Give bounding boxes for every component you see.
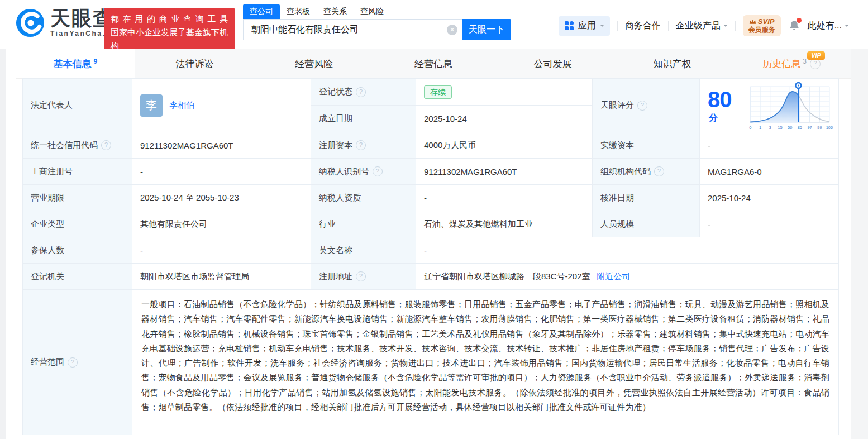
search-tab-relation[interactable]: 查关系 <box>317 4 354 19</box>
nav-enterprise-products[interactable]: 企业级产品 <box>676 20 728 32</box>
reg-status-value-cell: 存续 <box>416 79 593 106</box>
business-scope-value: 一般项目：石油制品销售（不含危险化学品）；针纺织品及原料销售；服装服饰零售；日用… <box>132 290 839 435</box>
search-tabs: 查公司 查老板 查关系 查风险 <box>243 3 511 19</box>
score-value-cell[interactable]: 80分 <box>700 79 839 132</box>
vip-tag: VIP <box>807 51 825 60</box>
tab-intellectual-property[interactable]: 知识产权 <box>613 49 732 78</box>
search-tab-boss[interactable]: 查老板 <box>280 4 317 19</box>
divider <box>668 21 669 31</box>
search-area: 查公司 查老板 查关系 查风险 ✕ 天眼一下 <box>243 3 511 40</box>
reg-status-label-cell: 登记状态 ? <box>311 79 416 106</box>
score-number: 80分 <box>708 87 741 124</box>
svg-text:97: 97 <box>808 125 812 130</box>
help-icon[interactable]: ? <box>101 140 111 150</box>
svg-text:15: 15 <box>778 125 783 130</box>
chevron-down-icon <box>845 25 849 29</box>
slogan-line2: 国家中小企业发展子基金旗下机构 <box>111 26 228 53</box>
industry-value: 石油、煤炭及其他燃料加工业 <box>416 211 593 237</box>
tab-legal-proceedings[interactable]: 法律诉讼 <box>135 49 255 78</box>
notification-bell-icon[interactable] <box>788 20 800 32</box>
help-icon[interactable]: ? <box>654 166 664 176</box>
search-button[interactable]: 天眼一下 <box>462 19 511 40</box>
apps-menu-button[interactable]: 应用 <box>559 16 610 36</box>
svg-text:1: 1 <box>759 125 761 130</box>
legal-rep-label-cell: 法定代表人 <box>23 79 132 132</box>
divider <box>735 21 736 31</box>
paid-capital-value: - <box>700 132 839 159</box>
table-row: 统一社会信用代码? 91211302MAG1RGA60T 注册资本? 4000万… <box>23 132 839 159</box>
org-code-value: MAG1RGA6-0 <box>700 159 839 185</box>
tab-company-development[interactable]: 公司发展 <box>493 49 613 78</box>
tab-count-badge: 3 <box>803 58 807 65</box>
business-term-value: 2025-10-24 至 2055-10-23 <box>132 185 311 211</box>
apps-menu-label: 应用 <box>578 20 596 32</box>
insured-count-value: - <box>132 237 311 264</box>
legal-rep-avatar[interactable]: 李 <box>140 94 163 117</box>
help-icon[interactable]: ? <box>356 87 366 97</box>
tianyancha-company-page: 天眼查 TianYanCha.com 都在用的商业查询工具 国家中小企业发展子基… <box>0 0 868 439</box>
company-type-value: 其他有限责任公司 <box>132 211 311 237</box>
search-input[interactable] <box>250 24 447 35</box>
legal-rep-value-cell: 李 李相伯 <box>132 79 311 132</box>
reg-capital-value: 4000万人民币 <box>416 132 593 159</box>
tab-operational-risk[interactable]: 经营风险 <box>254 49 374 78</box>
reg-address-value: 辽宁省朝阳市双塔区柳城路二段83C号-202室 附近公司 <box>416 264 839 290</box>
tianyancha-logo-icon <box>16 8 45 37</box>
tab-history-info[interactable]: VIP 历史信息3 ? <box>732 49 851 78</box>
credit-code-value: 91211302MAG1RGA60T <box>132 132 311 159</box>
search-tab-company[interactable]: 查公司 <box>243 4 280 19</box>
taxpayer-quality-value: - <box>416 185 593 211</box>
divider <box>617 21 618 31</box>
search-input-box: ✕ <box>243 19 462 40</box>
company-info-table: 法定代表人 李 李相伯 登记状态 ? 存续 成立日期 <box>22 78 839 435</box>
left-gutter <box>0 49 6 439</box>
svg-text:3: 3 <box>769 125 771 130</box>
svg-text:50: 50 <box>788 125 792 130</box>
nearby-companies-link[interactable]: 附近公司 <box>597 271 631 282</box>
search-tab-risk[interactable]: 查风险 <box>354 4 390 19</box>
apps-grid-icon <box>564 21 574 31</box>
help-icon[interactable]: ? <box>810 59 821 69</box>
svg-text:99: 99 <box>817 125 822 130</box>
english-name-value: - <box>416 237 839 264</box>
score-distribution-chart: 0 1 3 15 50 85 97 99 100 <box>746 79 834 132</box>
section-tab-bar: 基本信息9 法律诉讼 经营风险 经营信息 公司发展 知识产权 VIP 历史信息3… <box>16 49 851 79</box>
help-icon[interactable]: ? <box>637 101 647 111</box>
taxpayer-id-value: 91211302MAG1RGA60T <box>416 159 593 185</box>
clear-search-icon[interactable]: ✕ <box>447 25 457 35</box>
help-icon[interactable]: ? <box>356 140 366 150</box>
status-badge: 存续 <box>424 85 452 99</box>
establish-date-label-cell: 成立日期 <box>311 106 416 132</box>
top-nav: 应用 商务合作 企业级产品 SVIP 会员服务 <box>559 15 849 37</box>
svg-text:0: 0 <box>750 125 752 130</box>
slogan-line1: 都在用的商业查询工具 <box>111 12 228 26</box>
help-icon[interactable]: ? <box>68 357 78 368</box>
score-label-cell: 天眼评分 ? <box>593 79 700 132</box>
chevron-down-icon <box>723 25 728 29</box>
establish-date-value-cell: 2025-10-24 <box>416 106 593 132</box>
table-row: 法定代表人 李 李相伯 登记状态 ? 存续 成立日期 <box>23 79 839 132</box>
table-row: 企业类型 其他有限责任公司 行业 石油、煤炭及其他燃料加工业 人员规模 - <box>23 211 839 237</box>
help-icon[interactable]: ? <box>373 166 383 176</box>
table-row: 参保人数 - 英文名称 - <box>23 237 839 264</box>
svip-member-service-button[interactable]: SVIP 会员服务 <box>743 15 781 36</box>
reg-authority-value: 朝阳市双塔区市场监督管理局 <box>132 264 311 290</box>
reg-number-value: - <box>132 159 311 185</box>
tab-business-info[interactable]: 经营信息 <box>374 49 493 78</box>
notification-dot <box>797 18 802 23</box>
tab-basic-info[interactable]: 基本信息9 <box>16 49 135 78</box>
chevron-down-icon <box>600 25 604 29</box>
top-header: 天眼查 TianYanCha.com 都在用的商业查询工具 国家中小企业发展子基… <box>0 0 868 49</box>
approval-date-value: 2025-10-24 <box>700 185 839 211</box>
table-row: 经营范围? 一般项目：石油制品销售（不含危险化学品）；针纺织品及原料销售；服装服… <box>23 290 839 435</box>
right-gutter <box>851 49 868 439</box>
nav-business-cooperation[interactable]: 商务合作 <box>625 20 661 32</box>
legal-rep-link[interactable]: 李相伯 <box>169 100 194 111</box>
username: 此处有... <box>808 20 842 32</box>
help-icon[interactable]: ? <box>356 271 366 281</box>
tab-count-badge: 9 <box>94 58 98 65</box>
svg-text:85: 85 <box>798 125 802 130</box>
user-menu[interactable]: 此处有... <box>808 20 849 32</box>
table-row: 营业期限 2025-10-24 至 2055-10-23 纳税人资质 - 核准日… <box>23 185 839 211</box>
staff-size-value: - <box>700 211 839 237</box>
